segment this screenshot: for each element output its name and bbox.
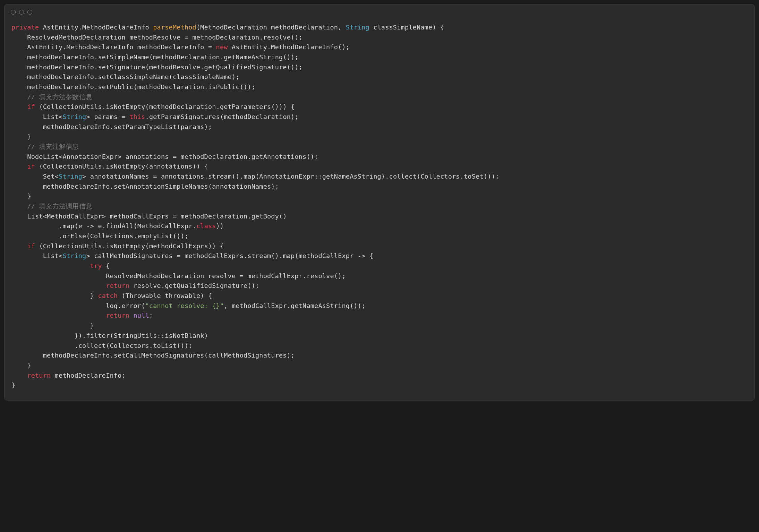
keyword-return: return xyxy=(106,282,129,289)
keyword-class: class xyxy=(196,222,216,230)
keyword-catch: catch xyxy=(98,292,118,299)
window-close-button[interactable] xyxy=(11,10,16,15)
code-editor[interactable]: private AstEntity.MethodDeclareInfo pars… xyxy=(5,20,754,400)
keyword-try: try xyxy=(90,262,102,269)
comment: // 填充方法调用信息 xyxy=(27,203,92,210)
code-window: private AstEntity.MethodDeclareInfo pars… xyxy=(4,4,755,401)
keyword-null: null xyxy=(134,312,149,319)
window-minimize-button[interactable] xyxy=(19,10,24,15)
type-string: String xyxy=(346,24,369,31)
keyword-private: private xyxy=(11,24,39,31)
keyword-new: new xyxy=(216,43,228,51)
window-maximize-button[interactable] xyxy=(27,10,32,15)
comment: // 填充注解信息 xyxy=(27,143,79,150)
comment: // 填充方法参数信息 xyxy=(27,93,92,101)
keyword-if: if xyxy=(27,103,35,110)
keyword-this: this xyxy=(129,113,145,120)
method-name: parseMethod xyxy=(153,24,196,31)
window-titlebar xyxy=(5,5,754,20)
string-literal: "cannot resolve: {}" xyxy=(145,302,224,309)
